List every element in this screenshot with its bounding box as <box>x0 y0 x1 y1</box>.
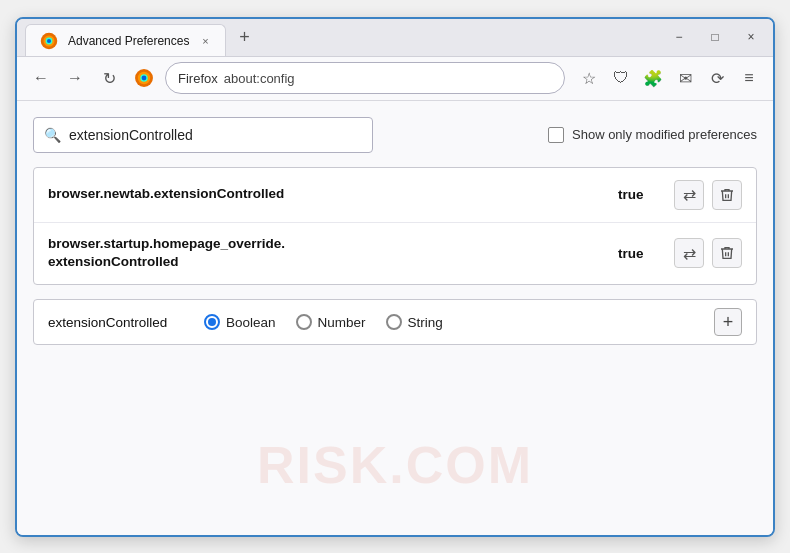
firefox-logo-icon <box>133 67 155 89</box>
sync-icon[interactable]: ⟳ <box>703 64 731 92</box>
delete-icon <box>719 245 735 261</box>
toggle-button[interactable]: ⇄ <box>674 238 704 268</box>
address-input[interactable] <box>224 71 552 86</box>
maximize-button[interactable]: □ <box>701 27 729 47</box>
shield-icon[interactable]: 🛡 <box>607 64 635 92</box>
content-area: 🔍 Show only modified preferences browser… <box>17 101 773 535</box>
results-table: browser.newtab.extensionControlled true … <box>33 167 757 286</box>
radio-number-label: Number <box>318 315 366 330</box>
pref-value: true <box>618 246 658 261</box>
pref-name: browser.newtab.extensionControlled <box>48 185 618 204</box>
svg-point-3 <box>47 38 51 42</box>
table-row: browser.newtab.extensionControlled true … <box>34 168 756 223</box>
tab-title: Advanced Preferences <box>68 34 189 48</box>
type-radio-group: Boolean Number String <box>204 314 698 330</box>
add-preference-button[interactable]: + <box>714 308 742 336</box>
radio-string[interactable]: String <box>386 314 443 330</box>
navigation-bar: ← → ↻ Firefox ☆ 🛡 🧩 ✉ ⟳ ≡ <box>17 57 773 101</box>
pref-name: browser.startup.homepage_override. exten… <box>48 235 618 273</box>
svg-point-7 <box>142 76 147 81</box>
close-button[interactable]: × <box>737 27 765 47</box>
nav-icons-group: ☆ 🛡 🧩 ✉ ⟳ ≡ <box>575 64 763 92</box>
radio-number-circle <box>296 314 312 330</box>
forward-button[interactable]: → <box>61 64 89 92</box>
menu-icon[interactable]: ≡ <box>735 64 763 92</box>
window-controls: − □ × <box>665 27 765 47</box>
add-preference-row: extensionControlled Boolean Number Strin… <box>33 299 757 345</box>
row-actions: ⇄ <box>674 238 742 268</box>
browser-name-label: Firefox <box>178 71 218 86</box>
tab-firefox-icon <box>38 30 60 52</box>
bookmark-icon[interactable]: ☆ <box>575 64 603 92</box>
radio-boolean-label: Boolean <box>226 315 276 330</box>
delete-icon <box>719 187 735 203</box>
new-pref-name: extensionControlled <box>48 315 188 330</box>
reload-button[interactable]: ↻ <box>95 64 123 92</box>
table-row: browser.startup.homepage_override. exten… <box>34 223 756 285</box>
radio-boolean[interactable]: Boolean <box>204 314 276 330</box>
minimize-button[interactable]: − <box>665 27 693 47</box>
show-modified-row: Show only modified preferences <box>548 127 757 143</box>
browser-window: Advanced Preferences × + − □ × ← → ↻ Fir… <box>15 17 775 537</box>
show-modified-checkbox[interactable] <box>548 127 564 143</box>
toggle-button[interactable]: ⇄ <box>674 180 704 210</box>
tab-close-button[interactable]: × <box>197 33 213 49</box>
delete-button[interactable] <box>712 180 742 210</box>
watermark: RISK.COM <box>257 435 533 495</box>
search-box[interactable]: 🔍 <box>33 117 373 153</box>
back-button[interactable]: ← <box>27 64 55 92</box>
mail-icon[interactable]: ✉ <box>671 64 699 92</box>
search-icon: 🔍 <box>44 127 61 143</box>
delete-button[interactable] <box>712 238 742 268</box>
pref-value: true <box>618 187 658 202</box>
address-bar[interactable]: Firefox <box>165 62 565 94</box>
browser-tab[interactable]: Advanced Preferences × <box>25 24 226 56</box>
radio-string-label: String <box>408 315 443 330</box>
radio-number[interactable]: Number <box>296 314 366 330</box>
radio-string-circle <box>386 314 402 330</box>
show-modified-label: Show only modified preferences <box>572 127 757 142</box>
extension-icon[interactable]: 🧩 <box>639 64 667 92</box>
search-row: 🔍 Show only modified preferences <box>33 117 757 153</box>
search-input[interactable] <box>69 127 362 143</box>
radio-boolean-circle <box>204 314 220 330</box>
row-actions: ⇄ <box>674 180 742 210</box>
new-tab-button[interactable]: + <box>230 23 258 51</box>
title-bar: Advanced Preferences × + − □ × <box>17 19 773 57</box>
